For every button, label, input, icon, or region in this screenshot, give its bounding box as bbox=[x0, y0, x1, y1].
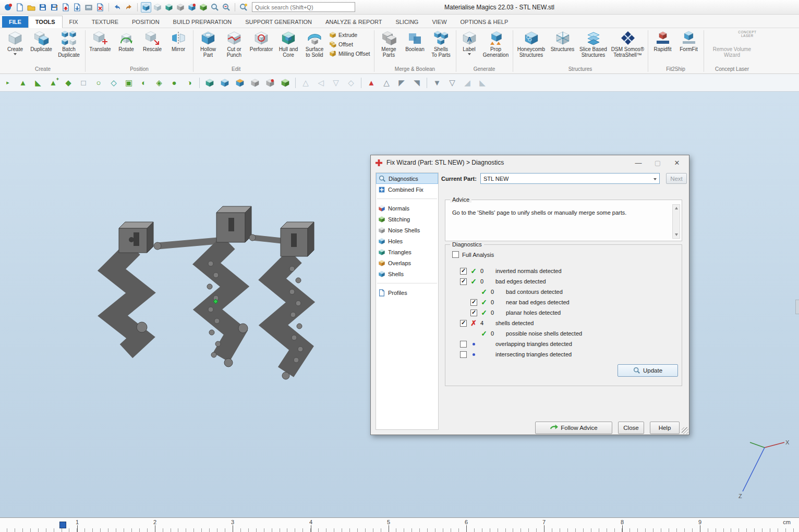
scroll-down-icon[interactable] bbox=[673, 231, 680, 238]
near-bad-edges-checkbox[interactable] bbox=[470, 299, 477, 306]
tab-build-preparation[interactable]: BUILD PREPARATION bbox=[166, 16, 239, 28]
tab-slicing[interactable]: SLICING bbox=[389, 16, 425, 28]
cut-or-punch-button[interactable]: Cut or Punch bbox=[221, 29, 247, 58]
marked-outline-down-icon[interactable]: ▽ bbox=[446, 77, 458, 89]
tab-view[interactable]: VIEW bbox=[425, 16, 453, 28]
slice-based-structures-button[interactable]: Slice Based Structures bbox=[577, 29, 610, 58]
prop-generation-button[interactable]: Prop Generation bbox=[481, 29, 511, 58]
marked-down-icon[interactable]: ▼ bbox=[431, 77, 443, 89]
marked-corner-icon[interactable]: ◤ bbox=[395, 77, 408, 89]
export-part-icon[interactable] bbox=[72, 2, 82, 13]
tab-tools[interactable]: TOOLS bbox=[28, 16, 63, 28]
nav-item-noise-shells[interactable]: Noise Shells bbox=[376, 225, 438, 236]
mark-gray-part-icon[interactable] bbox=[249, 77, 261, 89]
shells-checkbox[interactable] bbox=[460, 320, 467, 327]
nav-item-holes[interactable]: Holes bbox=[376, 236, 438, 246]
mark-defect-icon[interactable] bbox=[264, 77, 276, 89]
nav-item-overlaps[interactable]: Overlaps bbox=[376, 257, 438, 268]
mark-triangle-icon[interactable]: ▲ bbox=[17, 77, 29, 89]
nav-item-profiles[interactable]: Profiles bbox=[376, 287, 438, 298]
undo-icon[interactable] bbox=[112, 2, 123, 13]
measure-icon[interactable] bbox=[221, 2, 232, 13]
tab-support-generation[interactable]: SUPPORT GENERATION bbox=[238, 16, 319, 28]
tab-fix[interactable]: FIX bbox=[63, 16, 85, 28]
slice-view-icon[interactable] bbox=[175, 2, 186, 13]
honeycomb-structures-button[interactable]: Honeycomb Structures bbox=[515, 29, 548, 58]
mirror-button[interactable]: Mirror bbox=[165, 29, 191, 53]
close-window-icon[interactable]: ✕ bbox=[669, 157, 685, 168]
structures-button[interactable]: Structures bbox=[548, 29, 577, 53]
rotate-button[interactable]: Rotate bbox=[113, 29, 139, 53]
boolean-button[interactable]: Boolean bbox=[402, 29, 428, 53]
nav-item-triangles[interactable]: Triangles bbox=[376, 246, 438, 257]
nav-item-normals[interactable]: Normals bbox=[376, 203, 438, 214]
tab-position[interactable]: POSITION bbox=[125, 16, 166, 28]
half-sphere-marking-icon[interactable]: ◐ bbox=[138, 77, 150, 89]
label-button[interactable]: A Label bbox=[458, 29, 481, 56]
quick-search-icon[interactable] bbox=[238, 2, 249, 13]
close-part-icon[interactable] bbox=[95, 2, 105, 13]
marked-slope2-icon[interactable]: ◣ bbox=[476, 77, 489, 89]
minimize-button[interactable]: — bbox=[631, 157, 646, 168]
tab-options-help[interactable]: OPTIONS & HELP bbox=[454, 16, 515, 28]
marked-view-icon[interactable] bbox=[187, 2, 197, 13]
rescale-button[interactable]: Rescale bbox=[139, 29, 165, 53]
next-button[interactable]: Next bbox=[666, 173, 687, 184]
save-as-icon[interactable] bbox=[49, 2, 59, 13]
redo-icon[interactable] bbox=[124, 2, 134, 13]
scroll-up-icon[interactable] bbox=[673, 205, 680, 212]
follow-advice-button[interactable]: Follow Advice bbox=[535, 422, 612, 434]
hull-and-core-button[interactable]: Hull and Core bbox=[275, 29, 301, 58]
batch-duplicate-button[interactable]: Batch Duplicate bbox=[54, 29, 83, 58]
fill-marking-icon[interactable]: ● bbox=[168, 77, 180, 89]
extrude-button[interactable]: Extrude bbox=[329, 31, 370, 39]
wireframe-view-icon[interactable] bbox=[152, 2, 163, 13]
partial-marking-icon[interactable]: ◑ bbox=[183, 77, 196, 89]
unmark-plane-icon[interactable]: ◁ bbox=[314, 77, 327, 89]
triangle-view-icon[interactable] bbox=[164, 2, 174, 13]
maximize-button[interactable]: ▢ bbox=[650, 157, 665, 168]
merge-parts-button[interactable]: Merge Parts bbox=[376, 29, 402, 58]
delete-marked-icon[interactable]: ▲ bbox=[365, 77, 378, 89]
mark-plane-icon[interactable]: ◣ bbox=[32, 77, 44, 89]
full-analysis-row[interactable]: Full Analysis bbox=[452, 251, 494, 258]
magics-logo-icon[interactable] bbox=[3, 2, 14, 13]
milling-offset-button[interactable]: Milling Offset bbox=[329, 50, 370, 57]
shaded-view-icon[interactable] bbox=[141, 2, 151, 13]
update-button[interactable]: Update bbox=[618, 364, 678, 377]
remove-volume-wizard-button[interactable]: Remove Volume Wizard bbox=[707, 35, 757, 58]
hollow-part-button[interactable]: Hollow Part bbox=[195, 29, 221, 58]
open-icon[interactable] bbox=[26, 2, 37, 13]
shells-to-parts-button[interactable]: Shells To Parts bbox=[428, 29, 454, 58]
bounding-box-view-icon[interactable] bbox=[198, 2, 209, 13]
quick-search-input[interactable] bbox=[252, 2, 355, 12]
diamond-marking-icon[interactable]: ◈ bbox=[153, 77, 165, 89]
mark-surface-icon[interactable] bbox=[219, 77, 231, 89]
duplicate-button[interactable]: Duplicate bbox=[28, 29, 54, 53]
unmark-shape-icon[interactable]: ◇ bbox=[345, 77, 357, 89]
intersecting-triangles-checkbox[interactable] bbox=[460, 351, 467, 358]
full-analysis-checkbox[interactable] bbox=[452, 251, 459, 258]
zoom-icon[interactable] bbox=[210, 2, 220, 13]
mark-colored-part-icon[interactable] bbox=[234, 77, 246, 89]
inverted-normals-checkbox[interactable] bbox=[460, 268, 467, 275]
mark-green-part-icon[interactable] bbox=[279, 77, 292, 89]
unmark-region-icon[interactable]: ▽ bbox=[330, 77, 342, 89]
import-part-icon[interactable] bbox=[60, 2, 71, 13]
create-button[interactable]: Create bbox=[2, 29, 28, 56]
nav-item-shells[interactable]: Shells bbox=[376, 268, 438, 279]
panel-collapse-handle[interactable] bbox=[795, 300, 799, 314]
unmark-triangle-icon[interactable]: △ bbox=[299, 77, 312, 89]
mark-part-icon[interactable] bbox=[203, 77, 216, 89]
save-icon[interactable] bbox=[38, 2, 48, 13]
marked-corner2-icon[interactable]: ◥ bbox=[410, 77, 423, 89]
nav-item-combined-fix[interactable]: Combined Fix bbox=[376, 184, 438, 195]
markbar-menu-icon[interactable]: ▸ bbox=[2, 77, 14, 89]
current-part-select[interactable]: STL NEW bbox=[480, 173, 660, 184]
unmark-all-icon[interactable]: △ bbox=[380, 77, 393, 89]
tab-file[interactable]: FILE bbox=[2, 16, 28, 28]
surface-to-solid-button[interactable]: Surface to Solid bbox=[301, 29, 328, 58]
dsm-somos-tetrashell-button[interactable]: DSM Somos® TetraShell™ bbox=[610, 29, 646, 58]
translate-button[interactable]: Translate bbox=[87, 29, 113, 53]
formfit-button[interactable]: FormFit bbox=[676, 29, 702, 53]
